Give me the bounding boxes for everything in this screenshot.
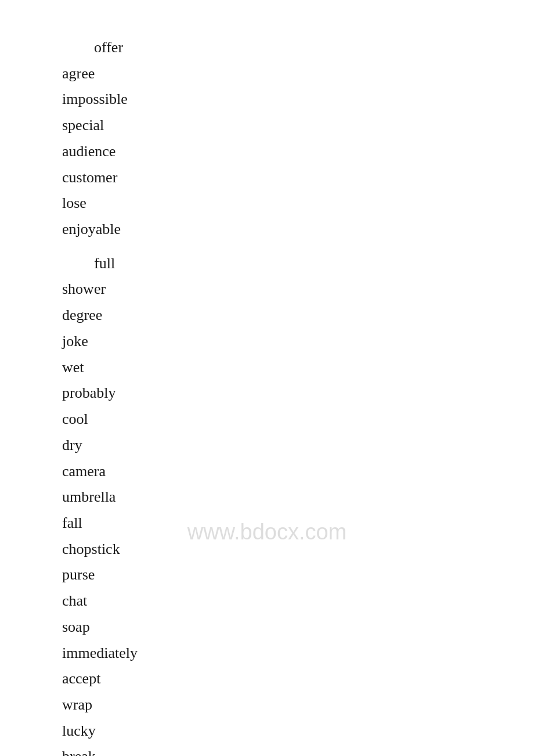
list-item: immediately [62, 640, 534, 667]
list-item: probably [62, 380, 534, 406]
list-item: joke [62, 329, 534, 355]
list-item: full [62, 251, 534, 277]
list-item: accept [62, 666, 534, 692]
word-list: offeragreeimpossiblespecialaudiencecusto… [0, 0, 534, 756]
list-item: cool [62, 406, 534, 433]
list-item: fall [62, 510, 534, 537]
list-item: audience [62, 139, 534, 165]
list-item: impossible [62, 87, 534, 113]
list-item: purse [62, 562, 534, 588]
list-item: chopstick [62, 537, 534, 563]
list-item: break [62, 744, 534, 756]
list-item: lose [62, 190, 534, 217]
list-item: offer [62, 35, 534, 61]
list-item: wet [62, 355, 534, 381]
list-item: umbrella [62, 484, 534, 510]
list-item: camera [62, 459, 534, 485]
list-item: lucky [62, 718, 534, 744]
list-item: degree [62, 303, 534, 329]
list-item: shower [62, 276, 534, 303]
list-item: wrap [62, 692, 534, 718]
list-item: chat [62, 588, 534, 614]
list-item: enjoyable [62, 217, 534, 243]
list-item: agree [62, 61, 534, 87]
list-item: special [62, 113, 534, 139]
spacer [62, 243, 534, 251]
list-item: customer [62, 165, 534, 191]
list-item: soap [62, 614, 534, 640]
list-item: dry [62, 433, 534, 459]
